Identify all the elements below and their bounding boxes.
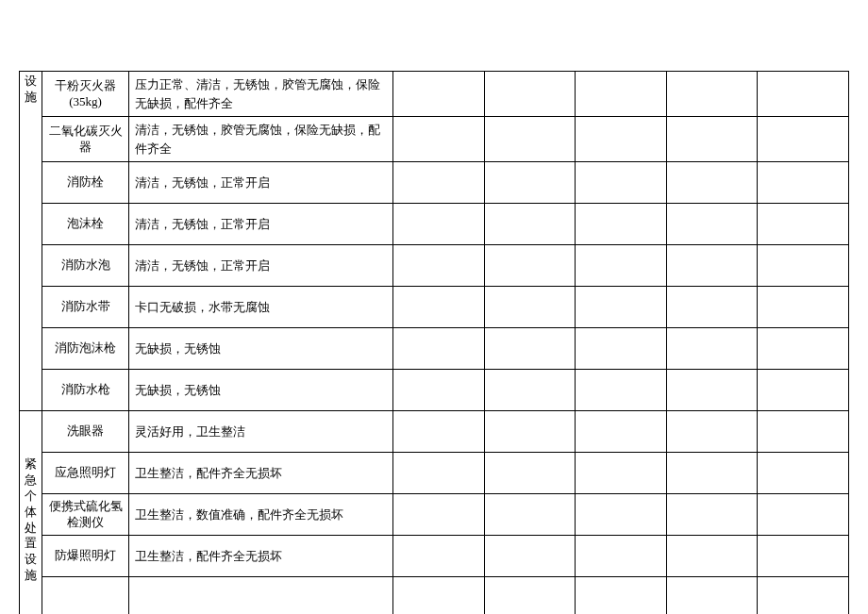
blank-cell <box>576 328 667 370</box>
blank-cell <box>758 577 849 615</box>
blank-cell <box>758 411 849 453</box>
blank-cell <box>666 162 758 204</box>
item-desc: 灵活好用，卫生整洁 <box>129 411 393 453</box>
blank-cell <box>666 536 758 577</box>
blank-cell <box>393 204 485 245</box>
item-name: 消防水带 <box>42 287 129 328</box>
blank-cell <box>758 72 849 117</box>
table-row: 消防水枪 无缺损，无锈蚀 <box>20 370 849 411</box>
table-row: 泡沫栓 清洁，无锈蚀，正常开启 <box>20 204 849 245</box>
blank-cell <box>576 204 667 245</box>
item-desc: 无缺损，无锈蚀 <box>129 370 393 411</box>
item-desc: 清洁，无锈蚀，胶管无腐蚀，保险无缺损，配件齐全 <box>129 117 393 162</box>
item-name: 干粉灭火器 (35kg) <box>42 72 129 117</box>
blank-cell <box>484 536 576 577</box>
blank-cell <box>393 494 485 536</box>
item-desc: 无缺损，无锈蚀 <box>129 328 393 370</box>
blank-cell <box>484 287 576 328</box>
item-desc: 卡口无破损，水带无腐蚀 <box>129 287 393 328</box>
item-name: 应急照明灯 <box>42 453 129 494</box>
blank-cell <box>666 494 758 536</box>
blank-cell <box>666 328 758 370</box>
blank-cell <box>576 411 667 453</box>
table-row: 消防水带 卡口无破损，水带无腐蚀 <box>20 287 849 328</box>
blank-cell <box>393 245 485 287</box>
blank-cell <box>393 72 485 117</box>
blank-cell <box>576 287 667 328</box>
blank-cell <box>484 72 576 117</box>
blank-cell <box>484 204 576 245</box>
item-name: 消防泡沫枪 <box>42 328 129 370</box>
table-row: 应急照明灯 卫生整洁，配件齐全无损坏 <box>20 453 849 494</box>
item-desc <box>129 577 393 615</box>
blank-cell <box>666 411 758 453</box>
table-row: 便携式硫化氢 检测仪 卫生整洁，数值准确，配件齐全无损坏 <box>20 494 849 536</box>
blank-cell <box>666 453 758 494</box>
item-desc: 清洁，无锈蚀，正常开启 <box>129 245 393 287</box>
blank-cell <box>576 494 667 536</box>
blank-cell <box>484 577 576 615</box>
item-name: 二氧化碳灭火 器 <box>42 117 129 162</box>
blank-cell <box>393 536 485 577</box>
blank-cell <box>576 162 667 204</box>
blank-cell <box>484 370 576 411</box>
blank-cell <box>758 536 849 577</box>
blank-cell <box>576 370 667 411</box>
blank-cell <box>666 577 758 615</box>
item-desc: 清洁，无锈蚀，正常开启 <box>129 204 393 245</box>
blank-cell <box>758 287 849 328</box>
table-row: 消防泡沫枪 无缺损，无锈蚀 <box>20 328 849 370</box>
blank-cell <box>666 117 758 162</box>
blank-cell <box>576 536 667 577</box>
blank-cell <box>393 162 485 204</box>
blank-cell <box>484 117 576 162</box>
blank-cell <box>666 204 758 245</box>
blank-cell <box>484 245 576 287</box>
blank-cell <box>758 204 849 245</box>
table-row: 消防栓 清洁，无锈蚀，正常开启 <box>20 162 849 204</box>
blank-cell <box>758 370 849 411</box>
blank-cell <box>758 453 849 494</box>
table-row: 防爆照明灯 卫生整洁，配件齐全无损坏 <box>20 536 849 577</box>
item-name <box>42 577 129 615</box>
item-name: 防爆照明灯 <box>42 536 129 577</box>
blank-cell <box>576 117 667 162</box>
blank-cell <box>758 328 849 370</box>
table-row: 设施 干粉灭火器 (35kg) 压力正常、清洁，无锈蚀，胶管无腐蚀，保险无缺损，… <box>20 72 849 117</box>
item-name: 消防栓 <box>42 162 129 204</box>
blank-cell <box>484 453 576 494</box>
blank-cell <box>666 72 758 117</box>
item-name: 消防水枪 <box>42 370 129 411</box>
section-label-fire: 设施 <box>20 72 42 411</box>
blank-cell <box>393 328 485 370</box>
item-name: 便携式硫化氢 检测仪 <box>42 494 129 536</box>
item-name: 泡沫栓 <box>42 204 129 245</box>
table-row: 紧急个体处置设施 洗眼器 灵活好用，卫生整洁 <box>20 411 849 453</box>
item-desc: 清洁，无锈蚀，正常开启 <box>129 162 393 204</box>
item-desc: 卫生整洁，配件齐全无损坏 <box>129 536 393 577</box>
blank-cell <box>758 494 849 536</box>
item-name: 消防水泡 <box>42 245 129 287</box>
blank-cell <box>576 245 667 287</box>
blank-cell <box>758 245 849 287</box>
blank-cell <box>758 162 849 204</box>
table-row: 消防水泡 清洁，无锈蚀，正常开启 <box>20 245 849 287</box>
blank-cell <box>484 411 576 453</box>
section-label-emergency: 紧急个体处置设施 <box>20 411 42 615</box>
blank-cell <box>758 117 849 162</box>
blank-cell <box>393 411 485 453</box>
blank-cell <box>666 287 758 328</box>
blank-cell <box>393 577 485 615</box>
blank-cell <box>393 117 485 162</box>
blank-cell <box>666 245 758 287</box>
blank-cell <box>393 370 485 411</box>
blank-cell <box>666 370 758 411</box>
blank-cell <box>484 328 576 370</box>
blank-cell <box>484 162 576 204</box>
item-desc: 卫生整洁，配件齐全无损坏 <box>129 453 393 494</box>
table-row <box>20 577 849 615</box>
blank-cell <box>576 577 667 615</box>
blank-cell <box>576 453 667 494</box>
item-name: 洗眼器 <box>42 411 129 453</box>
blank-cell <box>393 453 485 494</box>
